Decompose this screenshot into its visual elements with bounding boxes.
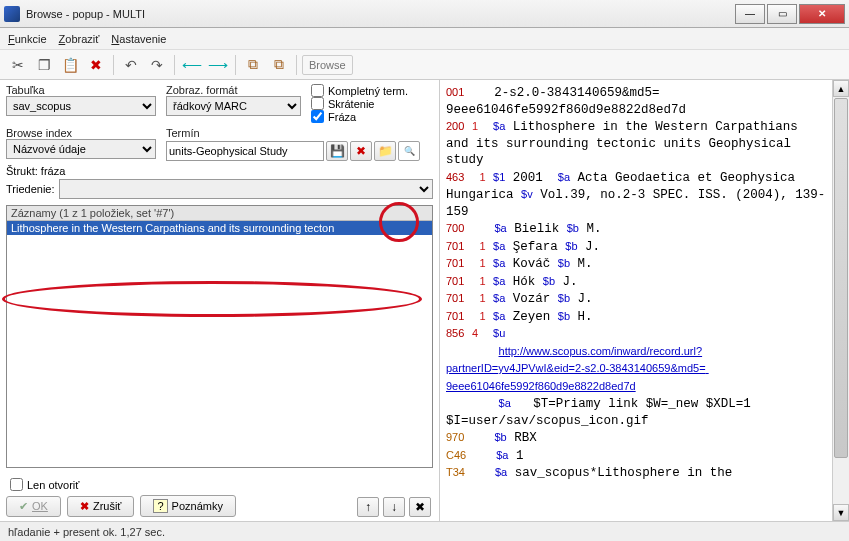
table-select[interactable]: sav_scopus xyxy=(6,96,156,116)
app-icon xyxy=(4,6,20,22)
check-komplet-label: Kompletný term. xyxy=(328,85,408,97)
marc-record: 001 2-s2.0-3843140659&md5= 9eee61046fe59… xyxy=(440,80,832,521)
delete-icon[interactable]: ✖ xyxy=(84,53,108,77)
menubar: Funkcie Zobraziť Nastavenie xyxy=(0,28,849,50)
sort-label: Triedenie: xyxy=(6,183,55,195)
package-icon[interactable]: ⧉ xyxy=(241,53,265,77)
sort-select[interactable] xyxy=(59,179,433,199)
scroll-thumb[interactable] xyxy=(834,98,848,458)
check-skratenie-label: Skrátenie xyxy=(328,98,374,110)
remove-icon[interactable]: ✖ xyxy=(409,497,431,517)
termin-input[interactable] xyxy=(166,141,324,161)
window-title: Browse - popup - MULTI xyxy=(26,8,733,20)
format-label: Zobraz. formát xyxy=(166,84,301,96)
termin-label: Termín xyxy=(166,127,433,139)
ok-button[interactable]: ✔OK xyxy=(6,496,61,517)
struct-label: Štrukt: fráza xyxy=(6,165,433,177)
format-select[interactable]: řádkový MARC xyxy=(166,96,301,116)
move-up-icon[interactable]: ↑ xyxy=(357,497,379,517)
clear-icon[interactable]: ✖ xyxy=(350,141,372,161)
folder-icon[interactable]: 📁 xyxy=(374,141,396,161)
results-list[interactable]: Záznamy (1 z 1 položiek, set '#7') Litho… xyxy=(6,205,433,468)
maximize-button[interactable]: ▭ xyxy=(767,4,797,24)
table-label: Tabuľka xyxy=(6,84,156,96)
copy-icon[interactable]: ❐ xyxy=(32,53,56,77)
menu-nastavenie[interactable]: Nastavenie xyxy=(111,33,166,45)
next-icon[interactable]: ⟶ xyxy=(206,53,230,77)
redo-icon[interactable]: ↷ xyxy=(145,53,169,77)
package-open-icon[interactable]: ⧉ xyxy=(267,53,291,77)
results-header: Záznamy (1 z 1 položiek, set '#7') xyxy=(7,206,432,221)
search-pane: Tabuľka sav_scopus Zobraz. formát řádkov… xyxy=(0,80,440,521)
scroll-up-icon[interactable]: ▲ xyxy=(833,80,849,97)
paste-icon[interactable]: 📋 xyxy=(58,53,82,77)
notes-button[interactable]: ?Poznámky xyxy=(140,495,235,517)
menu-funkcie[interactable]: Funkcie xyxy=(8,33,47,45)
check-skratenie[interactable] xyxy=(311,97,324,110)
list-item[interactable]: Lithosphere in the Western Carpathians a… xyxy=(7,221,432,235)
menu-zobrazit[interactable]: Zobraziť xyxy=(59,33,100,45)
undo-icon[interactable]: ↶ xyxy=(119,53,143,77)
index-label: Browse index xyxy=(6,127,156,139)
attr-icon[interactable]: 🔍 xyxy=(398,141,420,161)
scroll-down-icon[interactable]: ▼ xyxy=(833,504,849,521)
check-komplet[interactable] xyxy=(311,84,324,97)
move-down-icon[interactable]: ↓ xyxy=(383,497,405,517)
titlebar: Browse - popup - MULTI — ▭ ✕ xyxy=(0,0,849,28)
cut-icon[interactable]: ✂ xyxy=(6,53,30,77)
check-fraza[interactable] xyxy=(311,110,324,123)
cancel-button[interactable]: ✖Zrušiť xyxy=(67,496,135,517)
toolbar: ✂ ❐ 📋 ✖ ↶ ↷ ⟵ ⟶ ⧉ ⧉ Browse xyxy=(0,50,849,80)
status-bar: hľadanie + present ok. 1,27 sec. xyxy=(0,521,849,541)
prev-icon[interactable]: ⟵ xyxy=(180,53,204,77)
save-icon[interactable]: 💾 xyxy=(326,141,348,161)
check-len-otvorit[interactable] xyxy=(10,478,23,491)
browse-button[interactable]: Browse xyxy=(302,55,353,75)
check-fraza-label: Fráza xyxy=(328,111,356,123)
vertical-scrollbar[interactable]: ▲ ▼ xyxy=(832,80,849,521)
marc-pane: 001 2-s2.0-3843140659&md5= 9eee61046fe59… xyxy=(440,80,849,521)
index-select[interactable]: Názvové údaje xyxy=(6,139,156,159)
close-button[interactable]: ✕ xyxy=(799,4,845,24)
len-otvorit-label: Len otvoriť xyxy=(27,479,79,491)
minimize-button[interactable]: — xyxy=(735,4,765,24)
